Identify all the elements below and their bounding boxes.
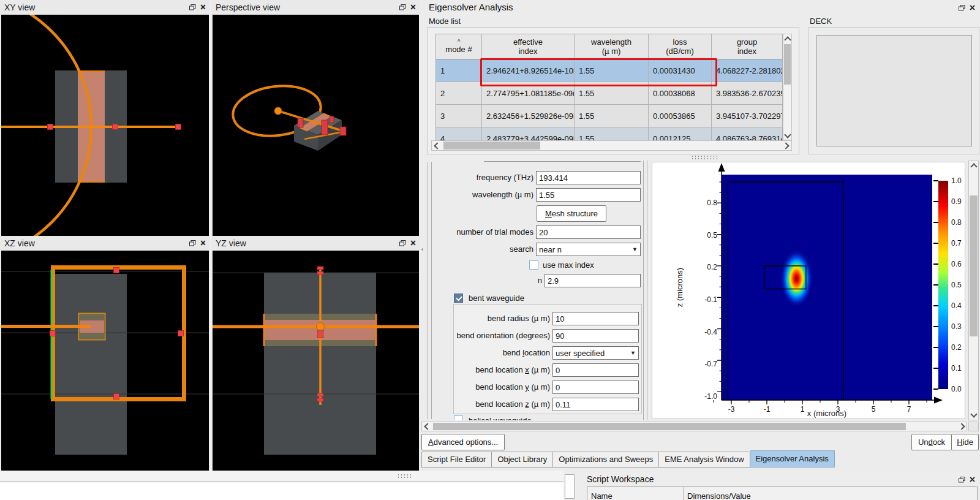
tab-optimizations-and-sweeps[interactable]: Optimizations and Sweeps: [553, 452, 659, 468]
bend-orientation-field[interactable]: [552, 329, 639, 343]
bend-location-x-field[interactable]: [552, 363, 639, 377]
bend-location-dropdown[interactable]: user specified▼: [552, 346, 639, 360]
hide-button[interactable]: Hide: [951, 434, 979, 450]
close-icon[interactable]: ×: [410, 239, 416, 248]
mode-list-table: ^ mode # effectiveindex wavelength(µ m) …: [435, 34, 783, 142]
tab-eigensolver-analysis[interactable]: Eigensolver Analysis: [750, 450, 835, 468]
bent-waveguide-label: bent waveguide: [469, 292, 524, 305]
deck-label: DECK: [810, 17, 832, 26]
script-workspace-title: Script Workspace: [587, 474, 654, 484]
perspective-view-panel: Perspective view ×: [211, 0, 420, 236]
helical-waveguide-checkbox[interactable]: [454, 415, 463, 420]
n-field[interactable]: [545, 274, 641, 287]
column-header-name[interactable]: Name: [587, 487, 684, 500]
mode-table-vertical-scrollbar[interactable]: [783, 34, 792, 140]
float-window-icon[interactable]: [399, 240, 406, 246]
xz-view-canvas[interactable]: [1, 251, 209, 471]
bottom-splitter-bar[interactable]: [0, 471, 564, 482]
column-header-mode: ^ mode #: [436, 34, 482, 59]
scroll-up-arrow-icon[interactable]: [783, 34, 791, 43]
z-axis-arrow: [718, 163, 725, 172]
column-header-loss: loss(dB/cm): [649, 34, 712, 59]
scrollbar-thumb[interactable]: [433, 423, 906, 430]
bend-location-y-field[interactable]: [552, 381, 639, 394]
panel-edge-splitter[interactable]: [565, 474, 575, 499]
scrollbar-corner: [968, 422, 979, 431]
close-icon[interactable]: ×: [970, 475, 975, 484]
float-window-icon[interactable]: [189, 240, 196, 246]
mode-table-header[interactable]: ^ mode # effectiveindex wavelength(µ m) …: [436, 34, 783, 59]
close-icon[interactable]: ×: [200, 239, 206, 248]
script-workspace-panel: Script Workspace × Name Dimensions/Value: [564, 471, 980, 500]
xz-view-title: XZ view: [4, 238, 35, 248]
n-label: n: [423, 274, 542, 287]
perspective-view-canvas[interactable]: [213, 15, 419, 236]
frequency-label: frequency (THz): [423, 171, 533, 184]
mode-list-label: Mode list: [429, 17, 461, 26]
yz-view-drawing: [213, 251, 419, 471]
bend-radius-field[interactable]: [552, 312, 639, 325]
workspace-variable-table[interactable]: Name Dimensions/Value: [587, 487, 978, 500]
table-row[interactable]: 1 2.946241+8.926514e-10i 1.55 0.00031430…: [436, 59, 783, 82]
search-dropdown[interactable]: near n▼: [536, 243, 641, 256]
z-axis-title: z (microns): [675, 268, 684, 307]
use-max-index-label: use max index: [543, 259, 594, 272]
tab-eme-analysis-window[interactable]: EME Analysis Window: [659, 452, 750, 468]
float-window-icon[interactable]: [959, 477, 965, 483]
close-icon[interactable]: ×: [200, 3, 206, 12]
mesh-structure-button[interactable]: Mesh structure: [537, 205, 606, 222]
eigensolver-analysis-panel: Eigensolver Analysis × Mode list ^ mode …: [420, 0, 980, 472]
mode-profile-plot[interactable]: 0.80.5 0.2-0.1 -0.4-0.7 -1.0 -3-1 13 57 …: [652, 162, 965, 419]
frequency-field[interactable]: [536, 171, 641, 184]
close-icon[interactable]: ×: [410, 3, 416, 12]
eigensolver-title: Eigensolver Analysis: [429, 2, 513, 12]
bent-waveguide-group: bend radius (µ m) bend orientation (degr…: [453, 304, 642, 414]
sort-ascending-icon[interactable]: ^: [458, 40, 461, 45]
plot-vertical-scrollbar[interactable]: [968, 161, 979, 420]
mode-table-horizontal-scrollbar[interactable]: [431, 140, 792, 151]
bottom-left-area: [0, 471, 564, 500]
xy-view-canvas[interactable]: [1, 15, 209, 236]
scrollbar-thumb[interactable]: [443, 142, 540, 150]
search-label: search: [423, 243, 533, 256]
float-window-icon[interactable]: [189, 4, 196, 10]
scroll-down-arrow-icon[interactable]: [783, 131, 791, 140]
trial-modes-field[interactable]: [536, 225, 641, 239]
splitter-handle[interactable]: [397, 474, 413, 479]
scroll-left-arrow-icon[interactable]: [422, 422, 431, 431]
float-window-icon[interactable]: [399, 4, 406, 10]
xy-view-drawing: [1, 15, 209, 236]
yz-view-canvas[interactable]: [213, 251, 419, 471]
bend-location-x-label: bend location x (µ m): [454, 363, 550, 377]
tab-script-file-editor[interactable]: Script File Editor: [421, 452, 492, 468]
table-row[interactable]: 4 2.483779+3.442599e-09i 1.55 0.0012125 …: [436, 127, 783, 142]
tab-object-library[interactable]: Object Library: [492, 452, 553, 468]
groupbox-top-edge: [484, 161, 641, 162]
scrollbar-thumb[interactable]: [784, 44, 791, 85]
form-plot-splitter[interactable]: [643, 161, 644, 420]
mode-field-blob: [781, 251, 813, 307]
scroll-left-arrow-icon[interactable]: [432, 141, 441, 150]
undock-button[interactable]: Undock: [911, 434, 952, 450]
bend-location-z-field[interactable]: [552, 398, 639, 411]
close-icon[interactable]: ×: [970, 4, 975, 12]
horizontal-splitter-handle[interactable]: [691, 155, 719, 159]
scroll-right-arrow-icon[interactable]: [958, 422, 967, 431]
section-horizontal-scrollbar[interactable]: [421, 422, 967, 431]
deck-list-area[interactable]: [816, 35, 972, 146]
scroll-right-arrow-icon[interactable]: [782, 141, 791, 150]
use-max-index-checkbox[interactable]: [529, 260, 538, 270]
float-window-icon[interactable]: [959, 5, 965, 11]
table-row[interactable]: 2 2.774795+1.081185e-09i 1.55 0.00038068…: [436, 82, 783, 105]
scrollbar-thumb[interactable]: [970, 195, 978, 336]
table-row[interactable]: 3 2.632456+1.529826e-09i 1.55 0.00053865…: [436, 105, 783, 127]
wavelength-field[interactable]: [536, 188, 641, 202]
form-plot-splitter[interactable]: [647, 161, 647, 420]
column-header-dimensions-value[interactable]: Dimensions/Value: [684, 487, 977, 500]
colorbar-tick-labels: 1.00.9 0.80.7 0.60.5 0.40.3 0.20.1 0.0: [951, 176, 966, 393]
x-axis-title: x (microns): [766, 409, 888, 418]
bent-waveguide-checkbox[interactable]: [454, 294, 463, 303]
scroll-up-arrow-icon[interactable]: [969, 161, 978, 170]
scroll-down-arrow-icon[interactable]: [969, 411, 978, 420]
advanced-options-button[interactable]: Advanced options...: [421, 434, 505, 450]
